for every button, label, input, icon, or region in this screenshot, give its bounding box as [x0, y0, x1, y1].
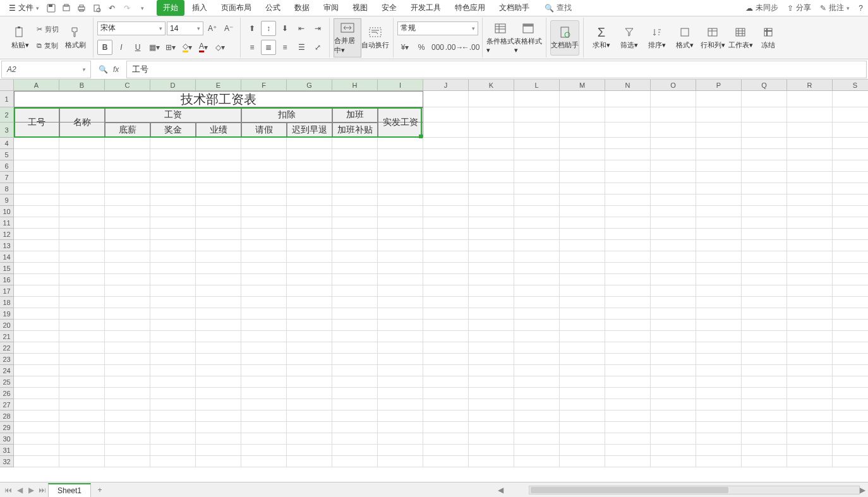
col-header-J[interactable]: J	[423, 80, 469, 91]
col-header-Q[interactable]: Q	[742, 80, 787, 91]
comma-icon[interactable]: 000	[430, 40, 445, 55]
copy-button[interactable]: ⧉复制	[34, 39, 61, 54]
new-doc-icon[interactable]	[90, 1, 104, 15]
formula-input[interactable]: 工号	[126, 61, 867, 78]
row-header-20[interactable]: 20	[0, 320, 14, 331]
row-header-8[interactable]: 8	[0, 183, 14, 195]
worksheet-button[interactable]: 工作表▾	[726, 18, 754, 57]
sum-button[interactable]: Σ求和▾	[588, 18, 615, 57]
tab-prev-icon[interactable]: ◀	[14, 484, 25, 496]
col-header-H[interactable]: H	[332, 80, 378, 91]
file-menu[interactable]: ☰ 文件 ▾	[5, 1, 43, 15]
col-header-A[interactable]: A	[14, 80, 59, 91]
tab-start[interactable]: 开始	[157, 0, 184, 16]
font-name-select[interactable]: 宋体▾	[97, 21, 166, 35]
underline-button[interactable]: U	[130, 40, 145, 55]
wrap-text-button[interactable]: 自动换行	[361, 18, 389, 57]
tab-last-icon[interactable]: ⏭	[37, 484, 48, 496]
tab-view[interactable]: 视图	[346, 0, 374, 16]
align-middle-icon[interactable]: ↕	[261, 21, 276, 36]
row-header-3[interactable]: 3	[0, 123, 14, 138]
col-header-L[interactable]: L	[514, 80, 560, 91]
clear-format-button[interactable]: ◇▾	[212, 40, 227, 55]
search-box[interactable]: 🔍 查找	[545, 3, 572, 13]
row-header-16[interactable]: 16	[0, 274, 14, 285]
percent-icon[interactable]: %	[414, 40, 429, 55]
share-button[interactable]: ⇪分享	[787, 3, 811, 13]
col-header-K[interactable]: K	[469, 80, 514, 91]
table-style-button[interactable]: 表格样式▾	[514, 18, 542, 57]
border-button[interactable]: ▦▾	[147, 40, 162, 55]
row-header-25[interactable]: 25	[0, 376, 14, 388]
border-style-button[interactable]: ⊞▾	[163, 40, 178, 55]
doc-helper-button[interactable]: 文档助手	[550, 20, 579, 56]
row-header-29[interactable]: 29	[0, 422, 14, 433]
comment-button[interactable]: ✎批注▾	[820, 3, 850, 13]
horizontal-scrollbar[interactable]	[529, 486, 860, 494]
tab-dochelper[interactable]: 文档助手	[493, 0, 536, 16]
col-header-D[interactable]: D	[150, 80, 196, 91]
redo-icon[interactable]: ↷	[120, 1, 134, 15]
row-header-32[interactable]: 32	[0, 456, 14, 467]
row-header-4[interactable]: 4	[0, 138, 14, 149]
row-header-24[interactable]: 24	[0, 365, 14, 376]
save-icon[interactable]	[44, 1, 58, 15]
row-header-31[interactable]: 31	[0, 445, 14, 456]
align-bottom-icon[interactable]: ⬇	[277, 21, 292, 36]
col-header-G[interactable]: G	[287, 80, 332, 91]
cut-button[interactable]: ✂剪切	[34, 22, 61, 37]
row-header-27[interactable]: 27	[0, 399, 14, 410]
tab-review[interactable]: 审阅	[317, 0, 345, 16]
row-header-5[interactable]: 5	[0, 149, 14, 160]
col-header-I[interactable]: I	[378, 80, 423, 91]
format-painter-button[interactable]: 格式刷	[61, 18, 89, 57]
tab-next-icon[interactable]: ▶	[25, 484, 37, 496]
decrease-font-icon[interactable]: A⁻	[221, 21, 236, 36]
title-cell[interactable]: 技术部工资表	[14, 91, 423, 107]
align-center-icon[interactable]: ≣	[261, 40, 276, 55]
freeze-button[interactable]: 冻结	[754, 18, 782, 57]
undo-icon[interactable]: ↶	[105, 1, 119, 15]
zoom-icon[interactable]: 🔍	[99, 65, 108, 74]
align-justify-icon[interactable]: ☰	[294, 40, 309, 55]
paste-button[interactable]: 粘贴▾	[6, 18, 34, 57]
row-header-28[interactable]: 28	[0, 410, 14, 422]
row-header-19[interactable]: 19	[0, 308, 14, 320]
row-header-10[interactable]: 10	[0, 206, 14, 217]
row-header-6[interactable]: 6	[0, 160, 14, 172]
align-top-icon[interactable]: ⬆	[244, 21, 260, 36]
row-header-21[interactable]: 21	[0, 331, 14, 342]
row-header-17[interactable]: 17	[0, 285, 14, 297]
tab-first-icon[interactable]: ⏮	[3, 484, 14, 496]
row-header-7[interactable]: 7	[0, 172, 14, 183]
align-right-icon[interactable]: ≡	[277, 40, 292, 55]
number-format-select[interactable]: 常规▾	[397, 21, 478, 35]
italic-button[interactable]: I	[114, 40, 129, 55]
tab-layout[interactable]: 页面布局	[215, 0, 258, 16]
decrease-decimal-icon[interactable]: ←.00	[463, 40, 478, 55]
merge-center-button[interactable]: 合并居中▾	[334, 18, 361, 57]
sort-button[interactable]: 排序▾	[643, 18, 671, 57]
row-header-9[interactable]: 9	[0, 195, 14, 206]
filter-button[interactable]: 筛选▾	[615, 18, 643, 57]
currency-icon[interactable]: ¥▾	[397, 40, 413, 55]
help-button[interactable]: ?	[859, 4, 863, 13]
col-header-S[interactable]: S	[833, 80, 868, 91]
rowcol-button[interactable]: 行和列▾	[699, 18, 726, 57]
col-header-N[interactable]: N	[605, 80, 651, 91]
row-header-14[interactable]: 14	[0, 251, 14, 263]
font-size-select[interactable]: 14▾	[167, 21, 203, 35]
orientation-icon[interactable]: ⤢	[310, 40, 325, 55]
sync-status[interactable]: ☁未同步	[745, 3, 778, 13]
select-all-corner[interactable]	[0, 80, 14, 91]
align-left-icon[interactable]: ≡	[244, 40, 260, 55]
row-header-22[interactable]: 22	[0, 342, 14, 354]
col-header-C[interactable]: C	[105, 80, 150, 91]
scroll-right-icon[interactable]: ▶	[860, 486, 865, 494]
print-icon[interactable]	[75, 1, 88, 15]
tab-devtools[interactable]: 开发工具	[404, 0, 447, 16]
col-header-F[interactable]: F	[241, 80, 287, 91]
row-header-12[interactable]: 12	[0, 229, 14, 240]
col-header-M[interactable]: M	[560, 80, 605, 91]
row-header-18[interactable]: 18	[0, 297, 14, 308]
